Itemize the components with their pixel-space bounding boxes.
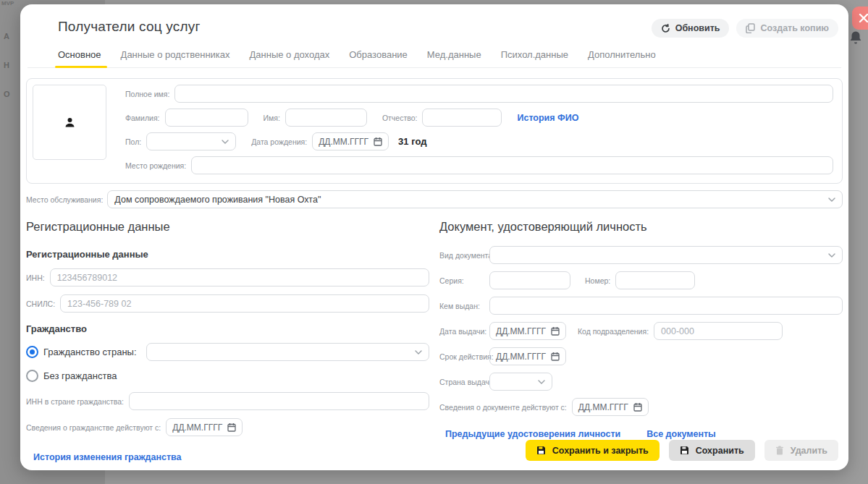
full-name-input[interactable] — [174, 85, 833, 103]
tab-osnovnoe[interactable]: Основное — [58, 49, 101, 67]
refresh-icon — [661, 24, 670, 33]
save-button-label: Сохранить — [696, 446, 744, 456]
save-icon — [680, 446, 689, 455]
first-name-input[interactable] — [285, 109, 367, 127]
birth-place-input[interactable] — [191, 156, 833, 174]
doc-valid-from-label: Сведения о документе действуют с: — [439, 403, 567, 412]
issue-country-select[interactable] — [489, 373, 552, 391]
save-button[interactable]: Сохранить — [669, 440, 755, 461]
stateless-radio[interactable] — [26, 370, 38, 382]
person-fields: Полное имя: Фамилия: Имя: Отчество: Исто… — [125, 85, 836, 177]
middle-name-label: Отчество: — [382, 114, 418, 122]
save-and-close-button[interactable]: Сохранить и закрыть — [526, 440, 660, 461]
chevron-down-icon — [538, 380, 545, 384]
doc-type-label: Вид документа: — [439, 251, 484, 260]
tab-dokhody[interactable]: Данные о доходах — [250, 49, 330, 67]
inn-foreign-input[interactable] — [129, 392, 429, 410]
doc-valid-from-input[interactable]: ДД.ММ.ГГГГ — [572, 398, 649, 416]
doc-number-label: Номер: — [585, 276, 610, 285]
tab-dopolnitelno[interactable]: Дополнительно — [588, 49, 656, 67]
notification-bell-icon[interactable] — [849, 30, 862, 45]
inn-input[interactable] — [50, 268, 429, 286]
gender-select[interactable] — [146, 132, 236, 150]
calendar-icon — [551, 352, 560, 361]
issue-date-input[interactable]: ДД.ММ.ГГГГ — [489, 322, 566, 340]
snils-label: СНИЛС: — [26, 300, 55, 308]
service-place-label: Место обслуживания: — [26, 195, 103, 204]
doc-series-input[interactable] — [489, 271, 570, 289]
citizenship-country-label: Гражданство страны: — [43, 347, 137, 357]
tab-med-dannye[interactable]: Мед.данные — [427, 49, 481, 67]
last-name-input[interactable] — [165, 109, 248, 127]
full-name-label: Полное имя: — [125, 90, 169, 98]
issue-date-label: Дата выдачи: — [439, 327, 484, 336]
person-icon — [64, 116, 76, 129]
header-actions: Обновить Создать копию — [652, 19, 838, 38]
refresh-button[interactable]: Обновить — [652, 19, 730, 38]
footer-actions: Сохранить и закрыть Сохранить Удалить — [526, 440, 838, 461]
recipients-modal: Получатели соц услуг Обновить Создать ко… — [20, 4, 848, 470]
issue-country-label: Страна выдачи: — [439, 378, 484, 386]
birth-date-label: Дата рождения: — [251, 137, 307, 146]
citizenship-country-select[interactable] — [146, 343, 429, 361]
gender-label: Пол: — [125, 137, 141, 146]
person-panel: Полное имя: Фамилия: Имя: Отчество: Исто… — [26, 78, 843, 184]
save-and-close-label: Сохранить и закрыть — [552, 446, 649, 456]
birth-date-placeholder: ДД.ММ.ГГГГ — [319, 137, 368, 147]
tab-rodstvenniki[interactable]: Данные о родственниках — [121, 49, 230, 67]
calendar-icon — [227, 423, 236, 432]
calendar-icon — [374, 137, 382, 146]
tab-obrazovanie[interactable]: Образование — [349, 49, 408, 67]
chevron-down-icon — [415, 350, 422, 354]
registration-subsection-title: Регистрационные данные — [26, 249, 429, 260]
tab-bar: Основное Данные о родственниках Данные о… — [28, 49, 841, 68]
citizenship-history-link[interactable]: История изменения гражданства — [33, 452, 429, 462]
citizenship-valid-from-placeholder: ДД.ММ.ГГГГ — [172, 423, 222, 433]
close-icon[interactable] — [852, 7, 868, 30]
last-name-label: Фамилия: — [125, 114, 160, 122]
trash-icon — [775, 446, 784, 455]
issued-by-label: Кем выдан: — [439, 302, 484, 310]
photo-placeholder[interactable] — [33, 85, 106, 160]
identity-document-title: Документ, удостоверяющий личность — [439, 220, 843, 234]
citizenship-country-radio[interactable] — [26, 346, 38, 358]
identity-document-section: Документ, удостоверяющий личность Вид до… — [439, 220, 843, 462]
create-copy-button[interactable]: Создать копию — [736, 19, 838, 38]
snils-input[interactable] — [60, 294, 429, 313]
delete-button-label: Удалить — [791, 446, 827, 456]
save-icon — [536, 446, 546, 455]
registration-section-title: Регистрационные данные — [26, 220, 429, 234]
background-brand-text: MVP — [1, 0, 14, 7]
inn-label: ИНН: — [26, 273, 45, 282]
service-place-value: Дом сопровождаемого проживания "Новая Ох… — [114, 195, 321, 205]
background-menu-item: А — [4, 32, 9, 41]
stateless-label: Без гражданства — [43, 370, 117, 381]
tab-psikhol-dannye[interactable]: Психол.данные — [501, 49, 568, 67]
citizenship-valid-from-input[interactable]: ДД.ММ.ГГГГ — [166, 418, 243, 436]
expiry-date-input[interactable]: ДД.ММ.ГГГГ — [489, 347, 566, 365]
fio-history-link[interactable]: История ФИО — [517, 113, 578, 123]
expiry-date-label: Срок действия: — [439, 352, 484, 361]
citizenship-valid-from-label: Сведения о гражданстве действуют с: — [26, 423, 161, 432]
doc-valid-from-placeholder: ДД.ММ.ГГГГ — [578, 402, 628, 412]
department-code-input[interactable] — [654, 322, 783, 340]
birth-place-label: Место рождения: — [125, 161, 186, 170]
doc-number-input[interactable] — [615, 271, 695, 289]
birth-date-input[interactable]: ДД.ММ.ГГГГ — [312, 132, 389, 150]
delete-button[interactable]: Удалить — [764, 440, 838, 461]
issued-by-input[interactable] — [489, 297, 843, 315]
service-place-select[interactable]: Дом сопровождаемого проживания "Новая Ох… — [107, 190, 843, 208]
doc-type-select[interactable] — [489, 246, 843, 264]
first-name-label: Имя: — [264, 114, 280, 122]
background-menu-item: Н — [4, 61, 9, 69]
calendar-icon — [551, 326, 560, 336]
page-title: Получатели соц услуг — [58, 19, 201, 35]
inn-foreign-label: ИНН в стране гражданства: — [26, 397, 124, 406]
middle-name-input[interactable] — [422, 109, 502, 127]
previous-ids-link[interactable]: Предыдущие удостоверения личности — [445, 429, 620, 439]
all-documents-link[interactable]: Все документы — [646, 429, 716, 439]
registration-section: Регистрационные данные Регистрационные д… — [26, 220, 429, 462]
modal-header: Получатели соц услуг Обновить Создать ко… — [20, 4, 848, 38]
copy-icon — [746, 23, 755, 33]
department-code-label: Код подразделения: — [578, 327, 649, 336]
